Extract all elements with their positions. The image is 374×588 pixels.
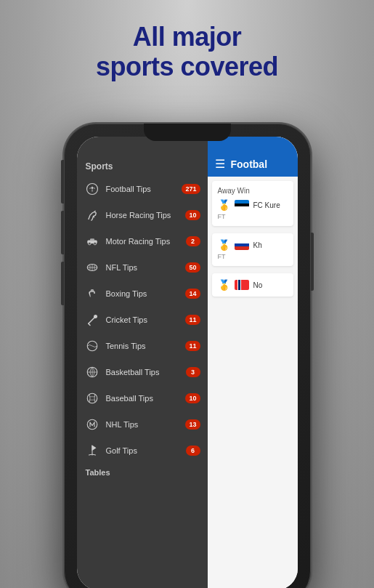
sidebar-item-basketball[interactable]: Basketball Tips 3: [77, 359, 208, 385]
svg-point-7: [93, 242, 96, 245]
sidebar-item-golf[interactable]: Golf Tips 6: [77, 438, 208, 464]
baseball-icon: [84, 390, 100, 406]
nfl-label: NFL Tips: [106, 263, 180, 272]
phone-container: Sports Football Tips 271: [64, 124, 311, 588]
flag-ru: [235, 240, 249, 250]
match-row-3: 🥇 No: [218, 279, 288, 291]
match-row-1: 🥇 FC Kure: [218, 199, 288, 211]
notch: [144, 124, 231, 141]
tennis-badge: 11: [185, 341, 200, 351]
baseball-badge: 10: [185, 393, 200, 403]
golf-label: Golf Tips: [106, 446, 180, 455]
trophy-icon-3: 🥇: [218, 279, 230, 291]
phone-screen: Sports Football Tips 271: [77, 137, 298, 588]
motor-racing-badge: 2: [186, 236, 200, 246]
nhl-badge: 13: [185, 419, 200, 430]
sidebar-tables-label: Tables: [77, 464, 208, 480]
sidebar-item-nfl[interactable]: NFL Tips 50: [77, 254, 208, 281]
basketball-badge: 3: [186, 367, 200, 377]
cricket-badge: 11: [185, 315, 200, 325]
content-header: ☰ Footbal: [208, 137, 298, 177]
horse-racing-icon: [84, 207, 100, 223]
team-name-2: Kh: [253, 241, 262, 249]
football-icon: [84, 181, 100, 197]
team-name-1: FC Kure: [253, 201, 280, 209]
svg-point-6: [88, 242, 91, 245]
basketball-label: Basketball Tips: [106, 368, 180, 376]
sidebar-item-cricket[interactable]: Cricket Tips 11: [77, 307, 208, 333]
nfl-icon: [84, 259, 100, 275]
svg-line-17: [88, 323, 89, 325]
sidebar-sports-label: Sports: [77, 158, 208, 176]
trophy-icon-2: 🥇: [218, 239, 230, 251]
svg-line-3: [89, 188, 91, 189]
baseball-label: Baseball Tips: [106, 394, 180, 403]
match-time-2: FT: [218, 253, 288, 260]
svg-point-22: [87, 393, 97, 403]
svg-marker-1: [91, 186, 93, 190]
svg-line-4: [93, 188, 94, 189]
trophy-icon-1: 🥇: [218, 199, 230, 211]
sidebar-item-baseball[interactable]: Baseball Tips 10: [77, 385, 208, 411]
svg-line-15: [88, 318, 94, 323]
tennis-icon: [84, 338, 100, 354]
match-card-1: Away Win 🥇 FC Kure FT: [212, 181, 293, 226]
flag-ee: [235, 200, 249, 210]
boxing-label: Boxing Tips: [106, 289, 180, 298]
sidebar-item-horse-racing[interactable]: Horse Racing Tips 10: [77, 202, 208, 228]
boxing-icon: [84, 286, 100, 302]
sidebar-item-tennis[interactable]: Tennis Tips 11: [77, 333, 208, 359]
motor-racing-icon: [84, 233, 100, 249]
nfl-badge: 50: [185, 262, 200, 273]
horse-racing-label: Horse Racing Tips: [106, 211, 180, 220]
sidebar-item-nhl[interactable]: NHL Tips 13: [77, 411, 208, 438]
svg-point-16: [94, 315, 97, 318]
cricket-icon: [84, 312, 100, 328]
svg-rect-14: [90, 289, 94, 291]
golf-badge: 6: [186, 446, 200, 456]
sidebar: Sports Football Tips 271: [77, 137, 208, 588]
football-label: Football Tips: [106, 185, 176, 193]
nhl-icon: [84, 416, 100, 432]
sidebar-item-motor-racing[interactable]: Motor Racing Tips 2: [77, 228, 208, 254]
match-time-1: FT: [218, 213, 288, 220]
svg-point-25: [87, 419, 97, 430]
cricket-label: Cricket Tips: [106, 315, 180, 324]
sidebar-item-boxing[interactable]: Boxing Tips 14: [77, 281, 208, 307]
golf-icon: [84, 443, 100, 459]
team-name-3: No: [253, 281, 263, 289]
basketball-icon: [84, 364, 100, 380]
tennis-label: Tennis Tips: [106, 342, 180, 350]
flag-no: [235, 280, 249, 290]
match-card-3: 🥇 No: [212, 273, 293, 297]
content-title: Footbal: [231, 158, 268, 170]
horse-racing-badge: 10: [185, 210, 200, 220]
football-badge: 271: [182, 184, 200, 194]
sidebar-item-football[interactable]: Football Tips 271: [77, 176, 208, 202]
content-panel: ☰ Footbal Away Win 🥇 FC Kure FT 🥇 Kh: [208, 137, 298, 588]
svg-rect-8: [90, 238, 94, 241]
motor-racing-label: Motor Racing Tips: [106, 237, 180, 246]
hamburger-icon[interactable]: ☰: [215, 157, 225, 171]
nhl-label: NHL Tips: [106, 420, 180, 429]
match-card-2: 🥇 Kh FT: [212, 233, 293, 266]
match-row-2: 🥇 Kh: [218, 239, 288, 251]
page-title: All major sports covered: [0, 0, 374, 97]
boxing-badge: 14: [185, 289, 200, 299]
away-win-label: Away Win: [218, 187, 288, 195]
